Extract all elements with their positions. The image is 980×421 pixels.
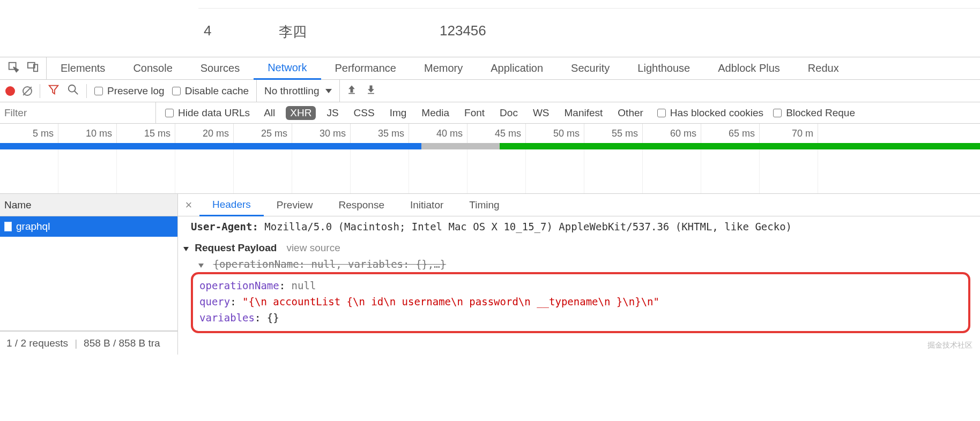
timeline-tick: 35 ms [351, 124, 409, 143]
tab-network[interactable]: Network [254, 57, 321, 80]
document-icon [4, 222, 12, 231]
payload-object-summary[interactable]: {operationName: null, variables: {},…} [183, 258, 975, 270]
type-css[interactable]: CSS [350, 106, 379, 120]
timeline-bar [0, 143, 421, 149]
cell-name: 李四 [279, 22, 440, 41]
tab-redux[interactable]: Redux [794, 57, 853, 79]
user-agent-value: Mozilla/5.0 (Macintosh; Intel Mac OS X 1… [264, 221, 792, 232]
request-item-graphql[interactable]: graphql [0, 216, 177, 237]
payload-key-query: query [199, 296, 230, 307]
request-list: Name graphql 1 / 2 requests | 858 B / 85… [0, 194, 178, 355]
tab-adblock[interactable]: Adblock Plus [704, 57, 794, 79]
request-payload-title: Request Payload [195, 242, 277, 253]
request-list-footer: 1 / 2 requests | 858 B / 858 B tra [0, 331, 177, 355]
preserve-log-checkbox[interactable]: Preserve log [94, 85, 165, 97]
filter-icon[interactable] [48, 84, 60, 98]
detail-tab-initiator[interactable]: Initiator [397, 194, 456, 216]
type-manifest[interactable]: Manifest [560, 106, 607, 120]
timeline-tick: 50 ms [526, 124, 584, 143]
search-icon[interactable] [67, 84, 79, 98]
user-agent-label: User-Agent: [191, 221, 258, 232]
timeline-tick: 10 ms [58, 124, 117, 143]
preserve-log-label: Preserve log [107, 85, 165, 97]
download-har-icon[interactable] [366, 84, 376, 97]
table-row: 4 李四 123456 [0, 9, 980, 41]
timeline-bar [421, 143, 500, 149]
svg-rect-4 [349, 93, 355, 94]
watermark: 掘金技术社区 [927, 341, 972, 350]
detail-tab-response[interactable]: Response [325, 194, 397, 216]
blocked-requests-label: Blocked Reque [786, 107, 855, 119]
disable-cache-checkbox[interactable]: Disable cache [172, 85, 249, 97]
inspect-icon[interactable] [8, 61, 19, 76]
has-blocked-cookies-label: Has blocked cookies [670, 107, 763, 119]
payload-val-operationName: null [292, 280, 316, 291]
timeline-tick: 45 ms [467, 124, 526, 143]
network-filter-row: Hide data URLs All XHR JS CSS Img Media … [0, 102, 980, 124]
timeline-tick: 65 ms [701, 124, 760, 143]
type-img[interactable]: Img [385, 106, 411, 120]
request-payload-section[interactable]: Request Payload view source [183, 240, 975, 258]
timeline-tick: 25 ms [234, 124, 292, 143]
timeline[interactable]: 5 ms10 ms15 ms20 ms25 ms30 ms35 ms40 ms4… [0, 124, 980, 194]
timeline-tick: 30 ms [292, 124, 351, 143]
chevron-down-icon [325, 89, 332, 93]
type-media[interactable]: Media [417, 106, 454, 120]
tab-memory[interactable]: Memory [410, 57, 477, 79]
detail-tab-timing[interactable]: Timing [456, 194, 512, 216]
tab-security[interactable]: Security [557, 57, 623, 79]
devtools-tabstrip: Elements Console Sources Network Perform… [0, 57, 980, 80]
type-font[interactable]: Font [460, 106, 489, 120]
detail-tab-headers[interactable]: Headers [199, 194, 264, 216]
upload-har-icon[interactable] [346, 84, 357, 97]
filter-input[interactable] [0, 102, 155, 123]
throttling-select[interactable]: No throttling [256, 80, 332, 102]
request-list-header[interactable]: Name [0, 194, 177, 216]
request-item-label: graphql [16, 221, 50, 232]
payload-val-variables-close: } [273, 312, 279, 324]
timeline-tick: 40 ms [409, 124, 467, 143]
payload-highlight-box: operationName: null query: "{\n accountL… [191, 272, 970, 333]
type-doc[interactable]: Doc [495, 106, 522, 120]
cell-pwd: 123456 [440, 22, 547, 41]
view-source-link[interactable]: view source [286, 242, 340, 254]
type-xhr[interactable]: XHR [286, 106, 316, 120]
tab-performance[interactable]: Performance [321, 57, 411, 79]
record-button[interactable] [5, 86, 15, 96]
has-blocked-cookies-checkbox[interactable]: Has blocked cookies [657, 107, 763, 119]
type-js[interactable]: JS [322, 106, 343, 120]
hide-data-urls-checkbox[interactable]: Hide data URLs [165, 107, 250, 119]
blocked-requests-checkbox[interactable]: Blocked Reque [773, 107, 855, 119]
throttling-label: No throttling [264, 85, 319, 97]
type-ws[interactable]: WS [529, 106, 554, 120]
timeline-bar [500, 143, 980, 149]
svg-point-3 [69, 85, 76, 92]
payload-val-query: "{\n accountList {\n id\n username\n pas… [242, 296, 659, 307]
devtools-tabs: Elements Console Sources Network Perform… [47, 57, 853, 79]
tab-console[interactable]: Console [119, 57, 186, 79]
timeline-tick: 15 ms [117, 124, 175, 143]
tab-elements[interactable]: Elements [47, 57, 119, 79]
detail-tab-preview[interactable]: Preview [264, 194, 326, 216]
type-all[interactable]: All [259, 106, 279, 120]
tab-lighthouse[interactable]: Lighthouse [623, 57, 704, 79]
type-other[interactable]: Other [613, 106, 648, 120]
timeline-tick: 5 ms [0, 124, 58, 143]
device-toggle-icon[interactable] [27, 61, 39, 76]
payload-val-variables-open: { [267, 312, 273, 324]
tab-sources[interactable]: Sources [187, 57, 254, 79]
timeline-tick: 70 m [760, 124, 818, 143]
network-toolbar: Preserve log Disable cache No throttling [0, 80, 980, 102]
timeline-tick: 20 ms [175, 124, 234, 143]
page-content: 4 李四 123456 [0, 0, 980, 57]
tab-application[interactable]: Application [477, 57, 557, 79]
timeline-tick: 55 ms [584, 124, 643, 143]
payload-key-variables: variables [199, 312, 255, 324]
footer-count: 1 / 2 requests [6, 337, 68, 349]
svg-rect-5 [368, 93, 375, 94]
clear-button[interactable] [23, 86, 32, 96]
cell-id: 4 [204, 22, 279, 41]
close-details-button[interactable]: × [178, 198, 199, 212]
payload-key-operationName: operationName [199, 280, 279, 291]
timeline-tick: 60 ms [643, 124, 701, 143]
